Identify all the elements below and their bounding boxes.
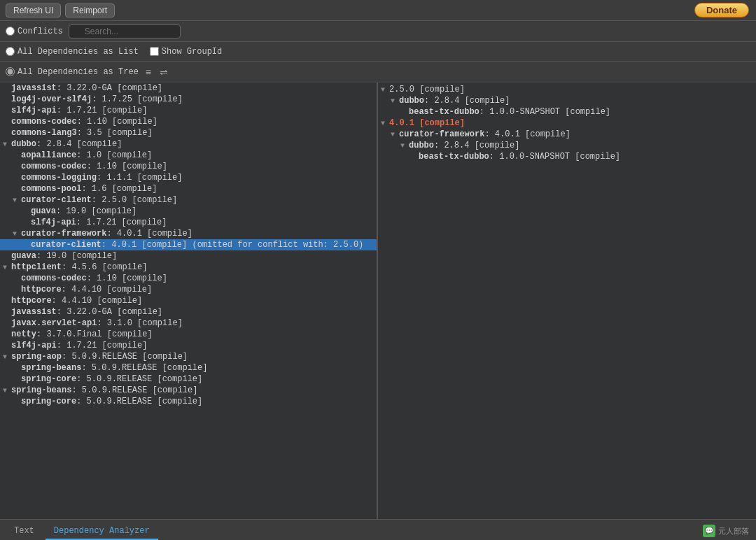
left-tree-row[interactable]: commons-lang3 : 3.5 [compile]: [0, 127, 377, 138]
expand-all-button[interactable]: ≡: [144, 66, 153, 78]
all-deps-list-radio-label[interactable]: All Dependencies as List: [6, 47, 139, 57]
right-tree-row[interactable]: curator-framework : 4.0.1 [compile]: [378, 129, 756, 140]
conflicts-label: Conflicts: [18, 27, 63, 36]
left-tree-row[interactable]: log4j-over-slf4j : 1.7.25 [compile]: [0, 94, 377, 105]
left-tree-row[interactable]: curator-framework : 4.0.1 [compile]: [0, 228, 377, 239]
tree-item-detail: : 5.0.9.RELEASE [compile]: [71, 385, 197, 395]
left-tree-row[interactable]: aopalliance : 1.0 [compile]: [0, 150, 377, 161]
right-tree-row[interactable]: 2.5.0 [compile]: [378, 84, 756, 95]
left-tree-row[interactable]: commons-codec : 1.10 [compile]: [0, 161, 377, 172]
right-tree-row[interactable]: dubbo : 2.8.4 [compile]: [378, 95, 756, 106]
tree-item-detail: : 4.0.1 [compile] (omitted for conflict …: [102, 240, 363, 250]
tree-item-detail: : 4.0.1 [compile]: [106, 229, 192, 239]
right-tree-item-detail: : 1.0.0-SNAPSHOT [compile]: [489, 152, 620, 162]
tree-option-row: All Dependencies as Tree ≡ ⇌: [0, 62, 756, 83]
tree-item-detail: : 2.8.4 [compile]: [36, 139, 122, 149]
left-tree-row[interactable]: slf4j-api : 1.7.21 [compile]: [0, 217, 377, 228]
tree-item-detail: : 1.0 [compile]: [76, 150, 152, 160]
right-tree-item-detail: : 4.0.1 [compile]: [484, 129, 570, 139]
right-tree-item-name: dubbo: [409, 141, 434, 150]
left-tree-row[interactable]: spring-beans : 5.0.9.RELEASE [compile]: [0, 385, 377, 396]
tree-arrow-icon: [400, 142, 409, 150]
left-tree-row[interactable]: dubbo : 2.8.4 [compile]: [0, 138, 377, 150]
tab-text[interactable]: Text: [6, 523, 43, 540]
left-tree-row[interactable]: commons-pool : 1.6 [compile]: [0, 183, 377, 194]
tree-item-detail: : 4.4.10 [compile]: [52, 296, 143, 306]
show-groupid-label: Show GroupId: [162, 47, 222, 57]
tree-item-name: slf4j-api: [11, 106, 57, 115]
all-deps-list-radio[interactable]: [6, 47, 15, 56]
tree-arrow-icon: [13, 197, 21, 204]
right-tree-row[interactable]: beast-tx-dubbo : 1.0.0-SNAPSHOT [compile…: [378, 106, 756, 118]
tree-item-detail: : 1.7.21 [compile]: [57, 341, 148, 350]
conflicts-radio-label[interactable]: Conflicts: [6, 27, 63, 36]
right-tree-row[interactable]: 4.0.1 [compile]: [378, 118, 756, 129]
tree-item-name: aopalliance: [21, 150, 76, 160]
left-tree-row[interactable]: spring-core : 5.0.9.RELEASE [compile]: [0, 374, 377, 385]
tree-item-name: log4j-over-slf4j: [11, 94, 92, 104]
conflicts-radio[interactable]: [6, 27, 15, 36]
tree-item-name: commons-codec: [21, 273, 87, 283]
tree-item-name: spring-beans: [11, 385, 71, 395]
left-tree-row[interactable]: commons-codec : 1.10 [compile]: [0, 273, 377, 284]
left-tree-row[interactable]: httpclient : 4.5.6 [compile]: [0, 262, 377, 273]
tree-arrow-icon: [391, 131, 399, 138]
tree-item-name: guava: [31, 206, 56, 216]
tree-arrow-icon: [381, 120, 389, 127]
tree-arrow-icon: [3, 353, 11, 361]
collapse-all-button[interactable]: ⇌: [158, 66, 169, 78]
left-tree-row[interactable]: netty : 3.7.0.Final [compile]: [0, 329, 377, 340]
refresh-ui-button[interactable]: Refresh UI: [6, 3, 61, 17]
tree-item-name: curator-client: [31, 240, 102, 250]
show-groupid-checkbox[interactable]: [150, 47, 159, 56]
tree-arrow-icon: [3, 141, 11, 148]
tree-item-detail: : 1.7.25 [compile]: [92, 94, 183, 104]
reimport-button[interactable]: Reimport: [65, 3, 115, 17]
tree-item-name: httpcore: [21, 285, 62, 294]
tree-item-name: commons-lang3: [11, 128, 77, 138]
left-tree-row[interactable]: commons-logging : 1.1.1 [compile]: [0, 172, 377, 183]
left-tree-row[interactable]: curator-client : 4.0.1 [compile] (omitte…: [0, 239, 377, 250]
left-tree-row[interactable]: javassist : 3.22.0-GA [compile]: [0, 306, 377, 318]
right-tree-row[interactable]: dubbo : 2.8.4 [compile]: [378, 140, 756, 151]
right-tree-item-detail: : 2.8.4 [compile]: [424, 96, 510, 106]
donate-button[interactable]: Donate: [694, 3, 749, 17]
all-deps-tree-radio-label[interactable]: All Dependencies as Tree: [6, 67, 139, 77]
right-tree-row[interactable]: beast-tx-dubbo : 1.0.0-SNAPSHOT [compile…: [378, 151, 756, 162]
tab-dependency-analyzer[interactable]: Dependency Analyzer: [46, 523, 158, 540]
tree-arrow-icon: [13, 230, 21, 238]
left-tree-row[interactable]: httpcore : 4.4.10 [compile]: [0, 284, 377, 295]
left-tree-row[interactable]: commons-codec : 1.10 [compile]: [0, 116, 377, 127]
tree-item-name: curator-client: [21, 195, 92, 205]
left-tree-row[interactable]: httpcore : 4.4.10 [compile]: [0, 295, 377, 306]
left-tree-row[interactable]: slf4j-api : 1.7.21 [compile]: [0, 105, 377, 116]
tree-item-detail: : 1.7.21 [compile]: [57, 106, 148, 115]
all-deps-tree-label: All Dependencies as Tree: [18, 67, 139, 77]
tree-item-name: commons-logging: [21, 173, 97, 183]
left-tree-row[interactable]: guava : 19.0 [compile]: [0, 206, 377, 217]
tree-item-detail: : 5.0.9.RELEASE [compile]: [81, 363, 207, 373]
left-tree-row[interactable]: spring-core : 5.0.9.RELEASE [compile]: [0, 396, 377, 407]
tree-arrow-icon: [3, 387, 11, 395]
show-groupid-checkbox-label[interactable]: Show GroupId: [150, 47, 222, 57]
search-input[interactable]: [69, 24, 181, 38]
left-tree-row[interactable]: curator-client : 2.5.0 [compile]: [0, 194, 377, 206]
left-tree-row[interactable]: spring-aop : 5.0.9.RELEASE [compile]: [0, 351, 377, 362]
tree-item-detail: : 3.5 [compile]: [77, 128, 153, 138]
left-tree-row[interactable]: javassist : 3.22.0-GA [compile]: [0, 83, 377, 94]
left-tree-row[interactable]: javax.servlet-api : 3.1.0 [compile]: [0, 318, 377, 329]
right-tree-item-name: beast-tx-dubbo: [419, 152, 489, 162]
tree-item-detail: : 5.0.9.RELEASE [compile]: [76, 397, 202, 406]
tree-item-detail: : 1.6 [compile]: [81, 184, 157, 194]
left-tree-row[interactable]: slf4j-api : 1.7.21 [compile]: [0, 340, 377, 351]
all-deps-tree-radio[interactable]: [6, 67, 15, 76]
tree-item-name: httpcore: [11, 296, 52, 306]
tree-item-name: spring-aop: [11, 352, 62, 362]
bottom-tabs: Text Dependency Analyzer 💬 元人部落: [0, 519, 756, 540]
tree-item-name: netty: [11, 329, 36, 339]
tree-item-detail: : 3.1.0 [compile]: [97, 318, 182, 328]
tree-item-name: javax.servlet-api: [11, 318, 97, 328]
main-content: javassist : 3.22.0-GA [compile]log4j-ove…: [0, 83, 756, 519]
left-tree-row[interactable]: spring-beans : 5.0.9.RELEASE [compile]: [0, 362, 377, 374]
left-tree-row[interactable]: guava : 19.0 [compile]: [0, 250, 377, 262]
